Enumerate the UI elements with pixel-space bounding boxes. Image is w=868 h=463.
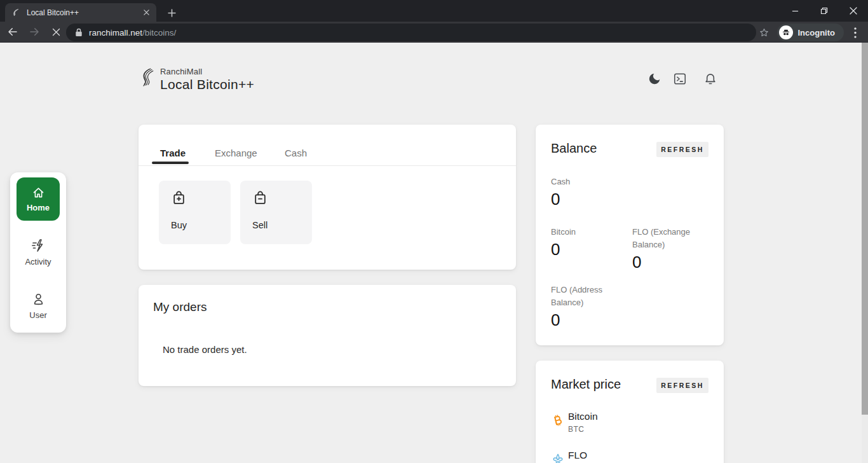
- lock-icon[interactable]: [75, 28, 83, 37]
- new-tab-button[interactable]: [164, 5, 179, 20]
- orders-empty-message: No trade orders yet.: [163, 344, 247, 355]
- incognito-indicator[interactable]: Incognito: [777, 24, 844, 41]
- sidebar-nav: Home Activity User: [10, 172, 66, 333]
- tab-close-icon[interactable]: [141, 8, 151, 18]
- trade-card: Trade Exchange Cash Buy Sell: [139, 125, 516, 270]
- asset-name: FLO: [568, 450, 587, 461]
- asset-symbol: BTC: [568, 425, 585, 434]
- sidebar-item-activity[interactable]: Activity: [10, 238, 66, 266]
- buy-label: Buy: [171, 220, 187, 230]
- bookmark-star-icon[interactable]: [756, 25, 771, 40]
- address-bar[interactable]: ranchimall.net/bitcoins/: [66, 24, 756, 41]
- sidebar-item-label: User: [29, 310, 46, 320]
- sidebar-item-label: Activity: [25, 257, 51, 266]
- market-asset-flo[interactable]: FLO: [551, 452, 565, 463]
- browser-tab[interactable]: Local Bitcoin++: [5, 3, 156, 22]
- balance-entry-label: Cash: [551, 176, 570, 188]
- balance-title: Balance: [551, 141, 597, 156]
- buy-button[interactable]: Buy: [159, 181, 231, 244]
- market-asset-bitcoin[interactable]: Bitcoin BTC: [551, 413, 565, 429]
- sell-bag-icon: [252, 190, 269, 207]
- my-orders-card: My orders No trade orders yet.: [139, 285, 516, 386]
- balance-entry-label: FLO (Address Balance): [551, 284, 635, 309]
- moon-icon: [648, 72, 661, 86]
- incognito-label: Incognito: [798, 28, 836, 38]
- brand-text: RanchiMall Local Bitcoin++: [160, 67, 254, 92]
- url-domain: ranchimall.net: [89, 28, 142, 38]
- app-header: RanchiMall Local Bitcoin++: [137, 67, 254, 92]
- tab-cash[interactable]: Cash: [285, 148, 307, 158]
- balance-entry-value: 0: [551, 240, 560, 259]
- market-refresh-button[interactable]: REFRESH: [656, 378, 709, 393]
- asset-name: Bitcoin: [568, 411, 598, 422]
- balance-refresh-button[interactable]: REFRESH: [656, 142, 709, 157]
- page-content: RanchiMall Local Bitcoin++: [0, 43, 868, 463]
- scrollbar-thumb[interactable]: [862, 43, 868, 415]
- tab-exchange[interactable]: Exchange: [215, 148, 257, 158]
- sell-button[interactable]: Sell: [240, 181, 312, 244]
- balance-entry-label: Bitcoin: [551, 226, 576, 238]
- browser-menu-icon[interactable]: [848, 25, 863, 40]
- balance-entry-value: 0: [551, 310, 560, 330]
- ranchimall-logo-icon: [137, 67, 155, 92]
- bitcoin-icon: [551, 413, 565, 429]
- active-tab-indicator: [152, 162, 189, 164]
- stop-loading-button[interactable]: [47, 23, 65, 41]
- sidebar-item-user[interactable]: User: [10, 292, 66, 320]
- scrollbar-track[interactable]: [862, 43, 868, 463]
- forward-button[interactable]: [25, 23, 43, 41]
- terminal-icon: [673, 72, 687, 86]
- flo-icon: [551, 452, 565, 463]
- balance-card: Balance REFRESH Cash 0 Bitcoin 0 FLO (Ex…: [536, 125, 724, 345]
- buy-bag-icon: [170, 190, 187, 207]
- page-title: Local Bitcoin++: [160, 77, 254, 92]
- market-price-card: Market price REFRESH Bitcoin BTC: [536, 361, 724, 463]
- minimize-button[interactable]: [780, 0, 810, 22]
- balance-entry-value: 0: [551, 190, 560, 209]
- notifications-button[interactable]: [702, 71, 719, 87]
- brand-name: RanchiMall: [160, 67, 254, 76]
- user-icon: [31, 292, 46, 307]
- site-favicon: [10, 8, 20, 18]
- orders-title: My orders: [153, 300, 207, 314]
- activity-icon: [31, 238, 46, 253]
- dark-mode-toggle[interactable]: [646, 71, 663, 87]
- tab-strip: Local Bitcoin++: [0, 0, 868, 22]
- home-icon: [32, 186, 45, 200]
- balance-entry-value: 0: [632, 252, 641, 272]
- browser-toolbar: ranchimall.net/bitcoins/ Incognito: [0, 22, 868, 43]
- sell-label: Sell: [252, 220, 268, 230]
- window-controls: [780, 0, 868, 22]
- sidebar-item-home[interactable]: Home: [17, 177, 60, 221]
- close-window-button[interactable]: [839, 0, 868, 22]
- balance-entry-label: FLO (Exchange Balance): [632, 226, 716, 251]
- bell-icon: [703, 72, 717, 86]
- market-price-title: Market price: [551, 377, 621, 392]
- browser-window: Local Bitcoin++: [0, 0, 868, 463]
- back-button[interactable]: [4, 23, 22, 41]
- tab-title: Local Bitcoin++: [27, 8, 141, 17]
- url-path: /bitcoins/: [142, 28, 176, 38]
- restore-button[interactable]: [810, 0, 839, 22]
- incognito-icon: [779, 25, 793, 39]
- terminal-button[interactable]: [672, 71, 688, 87]
- tab-trade[interactable]: Trade: [160, 148, 186, 158]
- sidebar-item-label: Home: [27, 203, 50, 212]
- tabs-divider: [139, 165, 516, 166]
